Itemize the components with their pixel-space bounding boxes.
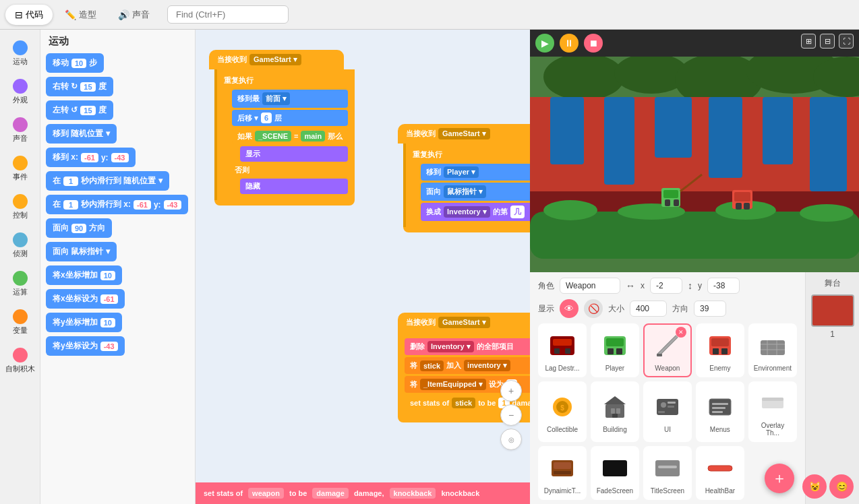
code-row-delete[interactable]: 删除 Inventory ▾ 的全部项目 [405,338,530,355]
sprite-card-titlescreen[interactable]: TitleScreen [643,446,692,500]
sidebar-item-control[interactable]: 控制 [2,189,38,226]
sprite-card-ui[interactable]: UI [643,381,692,442]
sidebar-item-custom[interactable]: 自制积木 [2,342,38,379]
preview-window-controls: ⊞ ⊟ ⛶ [801,34,854,49]
bottom-knockback-tag: knockback [390,488,436,499]
sidebar-item-events[interactable]: 事件 [2,150,38,187]
block-set-x[interactable]: 将x坐标设为 -61 [46,289,125,309]
sprite-name-input[interactable] [560,278,620,294]
hat-block-2[interactable]: 当接收到 GameStart ▾ [398,124,530,144]
block-face-mouse[interactable]: 面向 鼠标指针 ▾ [46,242,117,261]
block-face-dir[interactable]: 面向 90 方向 [46,218,112,238]
right-panel: ▶ ⏸ ⏹ ⊞ ⊟ ⛶ 0 [530,30,859,504]
tab-costume[interactable]: ✏️ 造型 [55,5,106,25]
block-random-pos[interactable]: 移到 随机位置 ▾ [46,124,117,144]
game-scene-svg [530,57,859,259]
svg-rect-35 [616,348,622,354]
win-layout1[interactable]: ⊞ [801,34,816,49]
block-glide-xy[interactable]: 在 1 秒内滑行到 x: -61 y: -43 [46,195,188,214]
code-else-body: 隐藏 [240,179,348,194]
code-row-hide[interactable]: 隐藏 [240,179,348,194]
sprite-card-lag[interactable]: Lag Destr... [538,323,587,377]
find-input[interactable] [167,5,289,24]
block-left-turn[interactable]: 左转 ↺ 15 度 [46,100,113,120]
tab-code[interactable]: ⊟ 代码 [5,5,53,25]
block-move-xy[interactable]: 移到 x: -61 y: -43 [46,148,136,167]
block-right-turn[interactable]: 右转 ↻ 15 度 [46,77,113,96]
block-set-y[interactable]: 将y坐标设为 -43 [46,336,125,356]
sprite-label-menus: Menus [710,426,730,433]
center-btn[interactable]: ◎ [500,429,522,450]
code-if-body: 显示 [240,146,348,162]
add-sprite-button[interactable]: ＋ [765,464,794,493]
sprite-card-fadescreen[interactable]: FadeScreen [591,446,639,500]
block-change-x[interactable]: 将x坐标增加 10 [46,265,122,285]
sidebar-item-sound[interactable]: 声音 [2,112,38,149]
stop-button[interactable]: ⏹ [584,34,603,53]
sprite-delete-weapon[interactable]: ✕ [676,327,686,338]
sprite-card-overlay[interactable]: Overlay Th... [748,381,797,442]
block-glide-random[interactable]: 在 1 秒内滑行到 随机位置 ▾ [46,171,169,191]
sprite-card-environment[interactable]: Environment [748,323,797,377]
svg-rect-55 [612,414,618,418]
code-row-goback[interactable]: 后移 ▾ 6 层 [232,110,348,126]
code-row-show[interactable]: 显示 [240,146,348,162]
sprite-card-enemy[interactable]: Enemy [696,323,744,377]
zoom-out-btn[interactable]: − [500,404,522,426]
sidebar-item-motion[interactable]: 运动 [2,35,38,72]
svg-rect-33 [606,338,624,346]
sprite-card-player[interactable]: Player [591,323,639,377]
win-layout2[interactable]: ⊟ [820,34,835,49]
svg-point-57 [661,402,666,408]
tab-sound[interactable]: 🔊 声音 [109,5,159,25]
block-row-face-dir: 面向 90 方向 [46,218,189,238]
block-move[interactable]: 移动 10 步 [46,53,104,73]
sprite-label-building: Building [603,426,627,433]
sidebar-item-operators[interactable]: 运算 [2,265,38,303]
dir-input[interactable] [694,301,726,317]
sprite-img-enemy [704,329,736,362]
svg-rect-12 [810,97,847,191]
show-button[interactable]: 👁 [560,299,579,318]
main-content: 运动 外观 声音 事件 控制 侦测 [0,30,859,504]
hide-button[interactable]: 🚫 [584,299,603,318]
sprite-card-healthbar[interactable]: HealthBar [696,446,744,500]
win-fullscreen[interactable]: ⛶ [839,34,854,49]
code-row-if[interactable]: 如果 _SCENE = main 那么 [232,128,348,144]
sprite-card-dynaimic[interactable]: DynaimicT... [538,446,587,500]
motion-dot [13,40,28,55]
sprite-card-building[interactable]: Building [591,381,639,442]
code-group-1: 当接收到 GameStart ▾ 重复执行 移到最 前面 ▾ 后移 ▾ 6 层 [209,50,355,206]
zoom-in-btn[interactable]: + [500,380,522,402]
sprite-area: 角色 ↔ x ↕ y 显示 👁 🚫 大小 方向 [530,272,805,504]
y-input[interactable] [707,278,740,294]
sprite-card-menus[interactable]: Menus [696,381,744,442]
play-button[interactable]: ▶ [535,34,554,53]
hat-block-1[interactable]: 当接收到 GameStart ▾ [209,50,344,69]
custom-label: 自制积木 [5,364,35,374]
sidebar-item-sensing[interactable]: 侦测 [2,227,38,264]
sprite-label-ui: UI [664,426,671,433]
stage-thumbnail[interactable] [811,294,854,327]
hat-block-3[interactable]: 当接收到 GameStart ▾ [398,313,530,332]
code-row-tofront[interactable]: 移到最 前面 ▾ [232,90,348,108]
code-row-move-player[interactable]: 移到 Player ▾ [421,164,530,181]
sidebar-item-looks[interactable]: 外观 [2,73,38,111]
code-blocks-area[interactable]: 当接收到 GameStart ▾ 重复执行 移到最 前面 ▾ 后移 ▾ 6 层 [196,30,530,504]
tab-costume-label: 造型 [79,9,96,21]
code-row-costume[interactable]: 换成 Inventory ▾ 的第 几 [421,203,530,221]
block-change-y[interactable]: 将y坐标增加 10 [46,313,122,332]
code-row-face-mouse[interactable]: 面向 鼠标指针 ▾ [421,183,530,201]
block-row-change-y: 将y坐标增加 10 [46,313,189,332]
pause-button[interactable]: ⏸ [560,34,579,53]
code-row-add[interactable]: 将 stick 加入 inventory ▾ [405,357,530,374]
props-row-main: 角色 ↔ x ↕ y [538,278,797,294]
looks-dot [13,79,28,94]
sprite-card-collectible[interactable]: $ Collectible [538,381,587,442]
costume-icon: ✏️ [65,9,76,20]
x-input[interactable] [650,278,682,294]
svg-rect-63 [712,407,725,409]
sprite-card-weapon[interactable]: ✕ Weapon [643,323,692,377]
sidebar-item-variables[interactable]: 变量 [2,304,38,341]
size-input[interactable] [630,301,667,317]
